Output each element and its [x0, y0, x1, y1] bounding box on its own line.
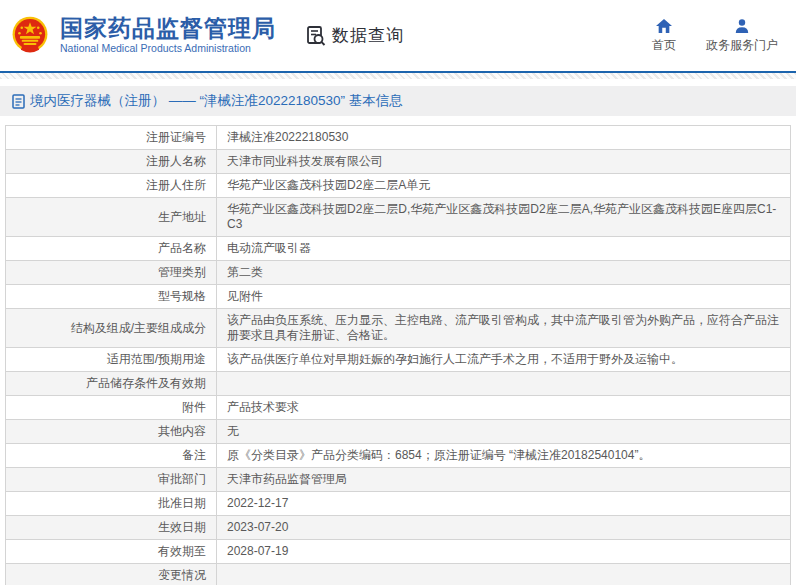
row-value: 天津市同业科技发展有限公司 [217, 150, 791, 174]
user-icon [734, 18, 750, 34]
breadcrumb: 境内医疗器械（注册） —— “津械注准20222180530” 基本信息 [0, 86, 796, 116]
row-label: 注册人住所 [6, 174, 217, 198]
table-row: 变更情况 [6, 564, 791, 585]
table-row: 附件 产品技术要求 [6, 396, 791, 420]
row-value: 华苑产业区鑫茂科技园D2座二层D,华苑产业区鑫茂科技园D2座二层A,华苑产业区鑫… [217, 198, 791, 237]
data-query-title: 数据查询 [304, 24, 404, 48]
row-label: 附件 [6, 396, 217, 420]
row-value: 天津市药品监督管理局 [217, 468, 791, 492]
table-row: 备注 原《分类目录》产品分类编码：6854；原注册证编号 “津械注准201825… [6, 444, 791, 468]
row-value: 2023-07-20 [217, 516, 791, 540]
row-label: 产品储存条件及有效期 [6, 372, 217, 396]
page-icon [12, 94, 25, 109]
registration-info-table: 注册证编号 津械注准20222180530 注册人名称 天津市同业科技发展有限公… [5, 125, 791, 585]
org-name-en: National Medical Products Administration [60, 43, 276, 55]
row-label: 适用范围/预期用途 [6, 348, 217, 372]
org-name-cn: 国家药品监督管理局 [60, 16, 276, 41]
row-label: 批准日期 [6, 492, 217, 516]
table-row: 适用范围/预期用途 该产品供医疗单位对早期妊娠的孕妇施行人工流产手术之用，不适用… [6, 348, 791, 372]
row-label: 结构及组成/主要组成成分 [6, 309, 217, 348]
breadcrumb-text: 境内医疗器械（注册） —— “津械注准20222180530” 基本信息 [30, 92, 403, 110]
page-header: 国家药品监督管理局 National Medical Products Admi… [0, 0, 796, 73]
row-label: 变更情况 [6, 564, 217, 585]
table-row: 生效日期 2023-07-20 [6, 516, 791, 540]
table-row: 型号规格 见附件 [6, 285, 791, 309]
row-value [217, 564, 791, 585]
row-value: 2028-07-19 [217, 540, 791, 564]
row-label: 生效日期 [6, 516, 217, 540]
table-row: 结构及组成/主要组成成分 该产品由负压系统、压力显示、主控电路、流产吸引管构成，… [6, 309, 791, 348]
row-value: 华苑产业区鑫茂科技园D2座二层A单元 [217, 174, 791, 198]
row-value: 该产品由负压系统、压力显示、主控电路、流产吸引管构成，其中流产吸引管为外购产品，… [217, 309, 791, 348]
row-label: 注册证编号 [6, 126, 217, 150]
table-row: 生产地址 华苑产业区鑫茂科技园D2座二层D,华苑产业区鑫茂科技园D2座二层A,华… [6, 198, 791, 237]
row-label: 管理类别 [6, 261, 217, 285]
section-title: 数据查询 [332, 24, 404, 47]
row-label: 有效期至 [6, 540, 217, 564]
row-label: 其他内容 [6, 420, 217, 444]
table-row: 有效期至 2028-07-19 [6, 540, 791, 564]
row-label: 注册人名称 [6, 150, 217, 174]
table-row: 其他内容 无 [6, 420, 791, 444]
row-label: 产品名称 [6, 237, 217, 261]
row-value: 电动流产吸引器 [217, 237, 791, 261]
table-row: 管理类别 第二类 [6, 261, 791, 285]
table-row: 批准日期 2022-12-17 [6, 492, 791, 516]
nav-portal-label: 政务服务门户 [706, 37, 778, 54]
row-value: 津械注准20222180530 [217, 126, 791, 150]
table-row: 注册证编号 津械注准20222180530 [6, 126, 791, 150]
national-emblem-icon [8, 14, 52, 58]
row-value: 第二类 [217, 261, 791, 285]
row-value: 2022-12-17 [217, 492, 791, 516]
row-value: 原《分类目录》产品分类编码：6854；原注册证编号 “津械注准201825401… [217, 444, 791, 468]
row-value: 无 [217, 420, 791, 444]
header-nav: 首页 政务服务门户 [652, 18, 784, 54]
row-label: 审批部门 [6, 468, 217, 492]
row-value [217, 372, 791, 396]
home-icon [655, 18, 673, 34]
row-value: 产品技术要求 [217, 396, 791, 420]
nav-portal[interactable]: 政务服务门户 [706, 18, 778, 54]
nav-home[interactable]: 首页 [652, 18, 676, 54]
table-row: 产品储存条件及有效期 [6, 372, 791, 396]
row-value: 该产品供医疗单位对早期妊娠的孕妇施行人工流产手术之用，不适用于野外及运输中。 [217, 348, 791, 372]
nav-home-label: 首页 [652, 37, 676, 54]
table-row: 审批部门 天津市药品监督管理局 [6, 468, 791, 492]
table-row: 产品名称 电动流产吸引器 [6, 237, 791, 261]
table-row: 注册人名称 天津市同业科技发展有限公司 [6, 150, 791, 174]
row-label: 型号规格 [6, 285, 217, 309]
nmpa-logo[interactable]: 国家药品监督管理局 National Medical Products Admi… [8, 14, 276, 58]
document-search-icon [304, 24, 328, 48]
row-label: 备注 [6, 444, 217, 468]
table-row: 注册人住所 华苑产业区鑫茂科技园D2座二层A单元 [6, 174, 791, 198]
row-value: 见附件 [217, 285, 791, 309]
row-label: 生产地址 [6, 198, 217, 237]
